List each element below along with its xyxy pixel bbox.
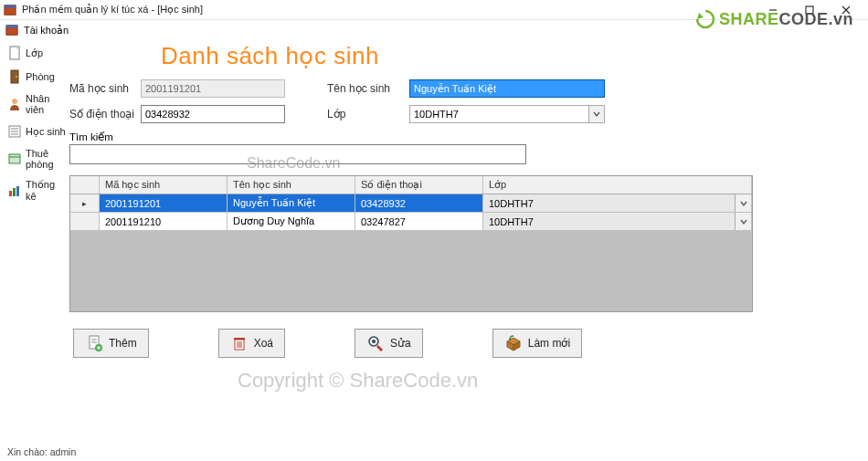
cell-lop[interactable]: 10DHTH7 (483, 194, 752, 213)
grid-corner (70, 176, 100, 194)
person-icon (7, 97, 22, 111)
data-grid: Mã học sinh Tên học sinh Số điện thoại L… (69, 175, 753, 312)
chevron-down-icon[interactable] (735, 213, 751, 230)
sidebar-item-label: Lớp (26, 47, 43, 59)
door-icon (7, 69, 22, 84)
cell-sodienthoai[interactable]: 03247827 (355, 213, 483, 231)
svg-rect-28 (234, 338, 245, 340)
combo-lop-input[interactable] (409, 105, 588, 123)
delete-button[interactable]: Xoá (218, 329, 285, 358)
grid-header-lop[interactable]: Lớp (483, 176, 752, 194)
row-selector[interactable] (70, 213, 100, 231)
svg-point-33 (372, 340, 376, 343)
delete-button-label: Xoá (254, 337, 273, 350)
input-tenhocsinh[interactable] (409, 79, 605, 98)
watermark-logo: SHARECODE.vn (695, 9, 853, 29)
label-lop: Lớp (327, 108, 409, 120)
window-title: Phần mềm quản lý kí túc xá - [Học sinh] (22, 4, 755, 16)
add-icon (85, 334, 103, 352)
refresh-button-label: Làm mới (528, 337, 570, 350)
table-row[interactable]: 2001191210 Dương Duy Nghĩa 03247827 10DH… (70, 213, 752, 231)
grid-header-sodienthoai[interactable]: Số điện thoại (355, 176, 483, 194)
sidebar-item-label: Nhân viên (26, 93, 66, 115)
account-icon (5, 24, 18, 37)
menu-item-account[interactable]: Tài khoản (24, 25, 69, 37)
svg-rect-18 (9, 191, 12, 196)
input-mahocsinh[interactable] (141, 79, 285, 98)
svg-rect-16 (9, 154, 20, 163)
label-sodienthoai: Số điện thoại (69, 108, 141, 120)
sidebar-item-lop[interactable]: Lớp (0, 46, 66, 60)
grid-header-tenhocsinh[interactable]: Tên học sinh (228, 176, 355, 194)
sidebar-item-thuephong[interactable]: Thuê phòng (0, 148, 66, 170)
add-button-label: Thêm (109, 337, 137, 350)
svg-rect-20 (16, 186, 19, 196)
edit-button[interactable]: Sửa (355, 329, 423, 358)
cell-sodienthoai[interactable]: 03428932 (355, 194, 483, 213)
gear-edit-icon (366, 334, 385, 352)
label-tenhocsinh: Tên học sinh (327, 82, 409, 95)
table-row[interactable]: 2001191201 Nguyễn Tuấn Kiệt 03428932 10D… (70, 194, 752, 213)
watermark-copyright: Copyright © ShareCode.vn (238, 369, 478, 393)
sidebar: Lớp Phòng Nhân viên Học sinh Thuê phòng … (0, 40, 66, 445)
grid-header-mahocsinh[interactable]: Mã học sinh (100, 176, 228, 194)
watermark-center: ShareCode.vn (247, 155, 340, 172)
label-timkiem: Tìm kiếm (69, 131, 526, 143)
svg-rect-1 (5, 5, 16, 7)
list-icon (7, 124, 22, 139)
chevron-down-icon[interactable] (735, 194, 751, 212)
rent-icon (7, 152, 22, 166)
sidebar-item-phong[interactable]: Phòng (0, 69, 66, 84)
document-icon (7, 46, 22, 60)
cell-tenhocsinh[interactable]: Dương Duy Nghĩa (228, 213, 355, 231)
cell-mahocsinh[interactable]: 2001191201 (100, 194, 228, 213)
app-icon (4, 4, 16, 16)
combo-lop[interactable] (409, 105, 605, 123)
page-title: Danh sách học sinh (161, 42, 861, 70)
chevron-down-icon[interactable] (588, 105, 605, 123)
svg-point-10 (16, 76, 17, 78)
cell-lop[interactable]: 10DHTH7 (483, 213, 752, 231)
trash-icon (230, 334, 249, 352)
label-mahocsinh: Mã học sinh (69, 82, 141, 95)
refresh-button[interactable]: Làm mới (492, 329, 582, 358)
svg-rect-19 (13, 188, 16, 196)
edit-button-label: Sửa (390, 337, 411, 350)
add-button[interactable]: Thêm (73, 329, 149, 358)
sidebar-item-thongke[interactable]: Thống kê (0, 179, 66, 202)
cell-lop-text: 10DHTH7 (489, 216, 534, 227)
sidebar-item-nhanvien[interactable]: Nhân viên (0, 93, 66, 115)
cell-tenhocsinh[interactable]: Nguyễn Tuấn Kiệt (228, 194, 355, 213)
cell-mahocsinh[interactable]: 2001191210 (100, 213, 228, 231)
row-selector[interactable] (70, 194, 100, 213)
sidebar-item-label: Học sinh (26, 126, 66, 138)
sidebar-item-label: Thuê phòng (26, 148, 66, 170)
cell-lop-text: 10DHTH7 (489, 198, 534, 209)
sidebar-item-hocsinh[interactable]: Học sinh (0, 124, 66, 139)
chart-icon (7, 183, 22, 198)
box-refresh-icon (504, 334, 523, 352)
status-text: Xin chào: admin (7, 446, 76, 457)
input-sodienthoai[interactable] (141, 105, 285, 123)
sidebar-item-label: Thống kê (26, 179, 66, 202)
svg-point-11 (12, 99, 17, 104)
sidebar-item-label: Phòng (26, 71, 55, 82)
status-bar: Xin chào: admin (0, 445, 868, 461)
svg-rect-7 (6, 26, 17, 28)
